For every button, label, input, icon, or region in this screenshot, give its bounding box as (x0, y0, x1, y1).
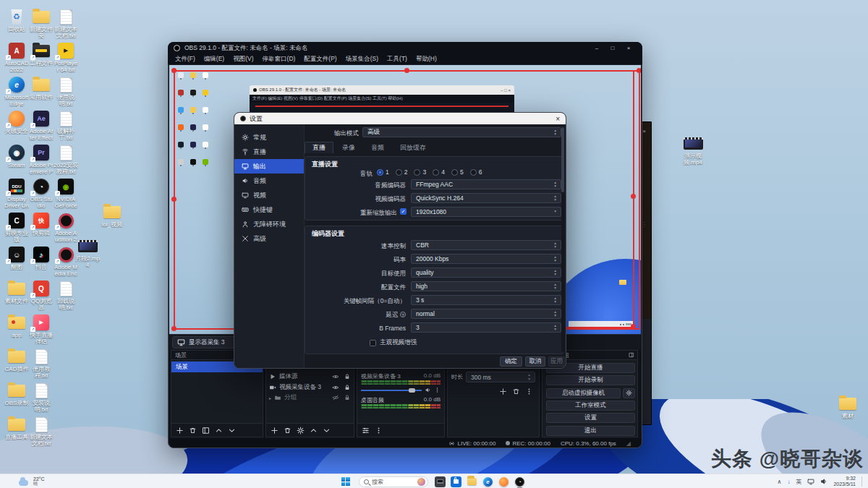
desktop-icon-22[interactable]: ▶↗ 快手直播伴侣 (29, 313, 54, 345)
plus-button[interactable] (271, 427, 278, 435)
desktop-icon-36[interactable]: 片段2.mp4 (75, 236, 100, 268)
network-icon[interactable] (807, 478, 814, 485)
menu-item[interactable]: 配置文件(P) (299, 55, 341, 64)
duration-stepper[interactable]: 300 ms▴▾ (466, 372, 535, 382)
control-button-3[interactable]: 工作室模式 (546, 401, 635, 411)
resize-handle[interactable] (631, 324, 636, 329)
trash-button[interactable] (189, 427, 197, 435)
download-icon[interactable]: ↓ (787, 479, 790, 485)
menu-item[interactable]: 视图(V) (229, 55, 258, 64)
settings-nav-5[interactable]: 快捷键 (234, 202, 304, 217)
desktop-icon-38[interactable]: 素材 (835, 394, 860, 419)
info-icon[interactable]: ? (400, 312, 406, 317)
desktop-icon-1[interactable]: A↗ AutoCAD 2022 (4, 41, 29, 73)
panel-button[interactable] (202, 427, 210, 435)
obs-titlebar[interactable]: OBS 29.1.0 - 配置文件: 未命名 - 场景: 未命名 – □ × (168, 42, 642, 54)
desktop-icon-0[interactable]: ♻ 回收站 (4, 7, 29, 33)
minimize-icon[interactable]: – (589, 45, 605, 51)
chevdown-button[interactable] (228, 427, 236, 435)
encoder-field-2[interactable]: quality▴▾ (411, 267, 561, 278)
psycho-visual-row[interactable]: 主观视频增强 (370, 338, 417, 347)
menu-item[interactable]: 停靠窗口(D) (258, 55, 300, 64)
desktop-icon-10[interactable]: CAD插件 (4, 347, 29, 372)
audio-track-4[interactable]: 4 (433, 168, 445, 176)
desktop-icon-5[interactable]: DDU↗ Display Driver Uninstaller (4, 177, 29, 210)
widgets-button[interactable]: 22°C 晴 (19, 476, 45, 486)
encoder-field-3[interactable]: high▴▾ (411, 281, 561, 291)
apply-button[interactable]: 应用 (548, 356, 565, 367)
encoder-field-1[interactable]: 20000 Kbps▴▾ (411, 254, 561, 264)
eye-icon[interactable] (332, 373, 339, 380)
tab-3[interactable]: 回放缓存 (393, 142, 433, 153)
menu-item[interactable]: 场景集合(S) (341, 55, 383, 64)
output-mode-select[interactable]: 高级▴▾ (362, 127, 561, 137)
settings-nav-0[interactable]: 常规 (234, 130, 304, 145)
speaker-icon[interactable] (820, 478, 827, 485)
desktop-icon-20[interactable]: ♪↗ 抖音 (29, 245, 54, 270)
start-button[interactable] (340, 476, 351, 487)
pin-icon[interactable] (629, 352, 634, 358)
taskbar-app-explorer[interactable] (467, 476, 477, 487)
desktop-icon-15[interactable]: 常用软件 (29, 75, 54, 100)
desktop-icon-4[interactable]: ◉↗ Steam (4, 143, 29, 168)
tab-2[interactable]: 音频 (364, 142, 391, 153)
scrollbar-track[interactable] (561, 127, 564, 352)
encoder-field-6[interactable]: 3▴▾ (411, 322, 561, 333)
settings-nav-7[interactable]: 高级 (234, 231, 304, 246)
desktop-icon-3[interactable]: ↗ 火绒安全 (4, 109, 29, 134)
kebab-icon[interactable] (434, 387, 441, 393)
control-button-4[interactable]: 设置 (546, 413, 635, 423)
settings-nav-2[interactable]: 输出 (234, 159, 304, 174)
desktop-icon-23[interactable]: 使用教程.txt (29, 347, 54, 379)
audio-track-2[interactable]: 2 (396, 168, 408, 176)
desktop-icon-13[interactable]: 新建文件夹 (29, 7, 54, 39)
desktop-icon-37[interactable]: 演示视频.mp4 (681, 134, 705, 166)
desktop-icon-14[interactable]: ↗ 工程文件 (29, 41, 54, 67)
taskbar-app-obs[interactable]: ◔ (514, 476, 525, 487)
source-item[interactable]: 视频采集设备 3 (266, 382, 354, 393)
desktop-icon-6[interactable]: C↗ 剪映专业版 (4, 211, 29, 243)
taskbar-app-edge[interactable]: e (482, 476, 493, 487)
stream-field-0[interactable]: FFmpeg AAC▴▾ (411, 179, 561, 189)
resize-handle[interactable] (637, 68, 641, 73)
lock-icon[interactable] (344, 384, 351, 391)
cancel-button[interactable]: 取消 (525, 356, 545, 367)
volume-slider[interactable] (361, 390, 422, 391)
lock-icon[interactable] (344, 394, 351, 401)
desktop-icon-25[interactable]: 新建文本文档.txt (29, 415, 54, 447)
resize-handle[interactable] (631, 194, 636, 199)
source-item[interactable]: 媒体源 (266, 372, 354, 382)
settings-nav-4[interactable]: 视频 (234, 188, 304, 202)
resize-grip[interactable]: ◢ (626, 440, 631, 447)
kebab-button[interactable] (525, 388, 533, 395)
desktop-icon-32[interactable]: ↗ Adobe Audition 2022 (54, 211, 78, 244)
speaker-icon[interactable] (425, 387, 431, 393)
desktop-icon-24[interactable]: 安装说明.txt (29, 381, 54, 413)
resize-handle[interactable] (171, 197, 176, 202)
audio-track-1[interactable]: 1 (377, 168, 389, 176)
rescale-checkbox[interactable]: ✓ (400, 208, 407, 215)
sliders-button[interactable] (362, 427, 370, 435)
source-item[interactable]: ▸分组 (266, 393, 354, 403)
search-input[interactable]: 搜索 (359, 476, 428, 487)
stream-field-2[interactable]: 1920x1080▾ (411, 207, 561, 217)
audio-track-5[interactable]: 5 (451, 168, 464, 176)
desktop-icon-29[interactable]: 破解补丁.txt (54, 109, 78, 141)
resize-handle[interactable] (404, 68, 409, 73)
tab-0[interactable]: 直播 (305, 142, 333, 153)
menu-item[interactable]: 文件(F) (171, 55, 200, 64)
eye-icon[interactable] (332, 384, 339, 391)
menu-item[interactable]: 编辑(E) (200, 55, 229, 64)
plus-button[interactable] (499, 388, 507, 395)
clock[interactable]: 9:32 2023/5/11 (833, 476, 856, 488)
tab-1[interactable]: 录像 (335, 142, 362, 153)
desktop-icon-33[interactable]: ↗ Adobe Media Encoder (54, 245, 78, 278)
settings-nav-1[interactable]: 直播 (234, 145, 304, 159)
desktop-icon-11[interactable]: OBS录制 (4, 381, 29, 406)
audio-track-3[interactable]: 3 (414, 168, 426, 176)
desktop-icon-19[interactable]: 快↗ 快剪辑 (29, 211, 54, 236)
settings-nav-6[interactable]: 无障碍环境 (234, 217, 304, 231)
kebab-button[interactable] (375, 427, 383, 435)
desktop-icon-28[interactable]: 使用说明.txt (54, 75, 78, 107)
taskbar-app-photos[interactable] (435, 476, 446, 487)
